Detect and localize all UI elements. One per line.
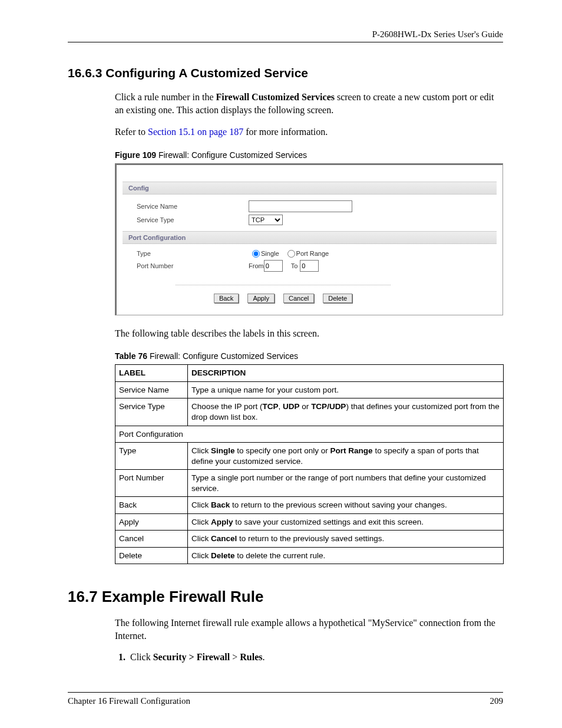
back-button[interactable]: Back [214, 294, 239, 303]
radio-single[interactable] [252, 250, 260, 258]
row-service-type: Service Type TCP [123, 213, 497, 226]
table-intro: The following table describes the labels… [115, 327, 503, 340]
table-row: Service Name Type a unique name for your… [115, 381, 504, 398]
radio-port-range-label: Port Range [296, 250, 329, 257]
row-service-name: Service Name [123, 199, 497, 213]
select-service-type[interactable]: TCP [249, 215, 283, 225]
table-row: Service Type Choose the IP port (TCP, UD… [115, 398, 504, 426]
label-service-name: Service Name [137, 203, 249, 210]
apply-button[interactable]: Apply [247, 294, 275, 303]
table-caption: Table 76 Firewall: Configure Customized … [115, 351, 503, 361]
table-row: Apply Click Apply to save your customize… [115, 513, 504, 531]
fig-head-portconfig: Port Configuration [123, 231, 497, 244]
button-row: Back Apply Cancel Delete [176, 285, 391, 303]
cancel-button[interactable]: Cancel [283, 294, 314, 303]
radio-port-range[interactable] [287, 250, 295, 258]
page-footer: Chapter 16 Firewall Configuration 209 [68, 692, 503, 706]
table-76: LABEL DESCRIPTION Service Name Type a un… [115, 364, 504, 564]
th-label: LABEL [115, 365, 188, 382]
delete-button[interactable]: Delete [323, 294, 352, 303]
input-port-to[interactable] [300, 260, 319, 272]
th-description: DESCRIPTION [188, 365, 504, 382]
intro-paragraph-2: Refer to Section 15.1 on page 187 for mo… [115, 126, 503, 139]
footer-chapter: Chapter 16 Firewall Configuration [68, 696, 190, 706]
label-type: Type [137, 250, 249, 257]
row-type: Type Single Port Range [123, 249, 497, 259]
table-row: Cancel Click Cancel to return to the pre… [115, 531, 504, 548]
table-row: Port Number Type a single port number or… [115, 470, 504, 497]
cross-ref-link[interactable]: Section 15.1 on page 187 [148, 127, 243, 137]
table-row: Delete Click Delete to delete the curren… [115, 547, 504, 564]
step-1: Click Security > Firewall > Rules. [128, 652, 503, 663]
guide-title: P-2608HWL-Dx Series User's Guide [372, 29, 503, 39]
label-service-type: Service Type [137, 216, 249, 223]
footer-page-number: 209 [490, 696, 504, 706]
page-header: P-2608HWL-Dx Series User's Guide [68, 29, 503, 42]
row-port-number: Port Number From To [123, 259, 497, 273]
radio-single-label: Single [261, 250, 279, 257]
steps-list: Click Security > Firewall > Rules. [115, 652, 503, 663]
table-row: Back Click Back to return to the previou… [115, 497, 504, 514]
section-heading-1663: 16.6.3 Configuring A Customized Service [68, 66, 503, 80]
table-row: Port Configuration [115, 426, 504, 443]
figure-109: Config Service Name Service Type TCP Por… [115, 163, 503, 315]
fig-head-config: Config [123, 182, 497, 195]
table-header-row: LABEL DESCRIPTION [115, 365, 504, 382]
example-intro: The following Internet firewall rule exa… [115, 617, 503, 642]
table-row: Type Click Single to specify one port on… [115, 443, 504, 470]
input-service-name[interactable] [249, 200, 352, 212]
section-heading-167: 16.7 Example Firewall Rule [68, 588, 503, 606]
label-port-number: Port Number [137, 262, 249, 269]
input-port-from[interactable] [264, 260, 283, 272]
intro-paragraph-1: Click a rule number in the Firewall Cust… [115, 91, 503, 116]
label-from: From [249, 262, 264, 269]
figure-caption: Figure 109 Firewall: Configure Customize… [115, 150, 503, 160]
label-to: To [291, 262, 298, 269]
